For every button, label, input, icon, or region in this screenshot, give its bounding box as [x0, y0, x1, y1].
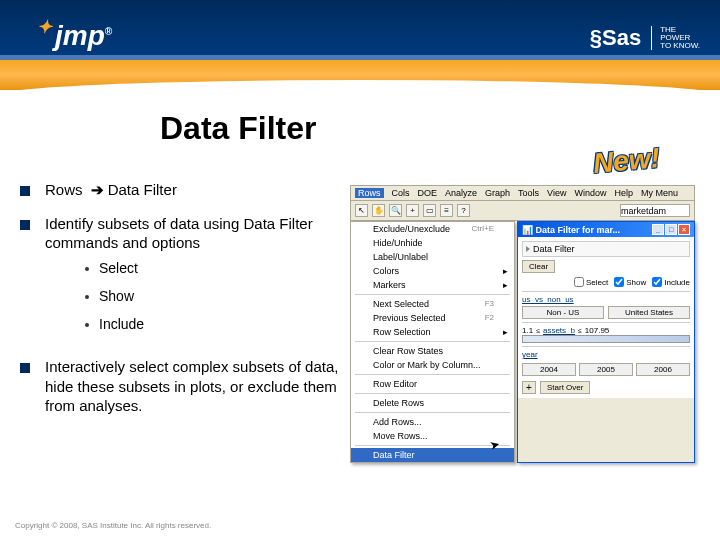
- header-curve: [0, 60, 720, 90]
- menu-window[interactable]: Window: [574, 188, 606, 198]
- menu-rows[interactable]: Rows: [355, 188, 384, 198]
- clear-button[interactable]: Clear: [522, 260, 555, 273]
- filter-panel-header[interactable]: Data Filter: [522, 241, 690, 257]
- arrow-icon: ➔: [91, 180, 104, 200]
- hand-tool-icon[interactable]: ✋: [372, 204, 385, 217]
- mi-exclude[interactable]: Exclude/UnexcludeCtrl+E: [351, 222, 514, 236]
- mi-data-filter[interactable]: Data Filter: [351, 448, 514, 462]
- mi-clear-states[interactable]: Clear Row States: [351, 344, 514, 358]
- disclosure-icon[interactable]: [526, 246, 530, 252]
- bullet-icon: [20, 363, 30, 373]
- bullet3-text: Interactively select complex subsets of …: [45, 357, 340, 416]
- close-icon[interactable]: ×: [678, 224, 690, 235]
- slider-high: 107.95: [585, 326, 609, 335]
- slide-header: ✦jmp® §Sas THE POWER TO KNOW.: [0, 0, 720, 90]
- mi-prev-selected[interactable]: Previous SelectedF2: [351, 311, 514, 325]
- year-2005[interactable]: 2005: [579, 363, 633, 376]
- menu-doe[interactable]: DOE: [418, 188, 438, 198]
- mi-hide[interactable]: Hide/Unhide: [351, 236, 514, 250]
- maximize-icon[interactable]: □: [665, 224, 677, 235]
- mi-row-editor[interactable]: Row Editor: [351, 377, 514, 391]
- cb-include[interactable]: Include: [652, 277, 690, 287]
- slide-title: Data Filter: [160, 110, 316, 147]
- zoom-tool-icon[interactable]: 🔍: [389, 204, 402, 217]
- brush-tool-icon[interactable]: ▭: [423, 204, 436, 217]
- jmp-logo: ✦jmp®: [40, 20, 112, 52]
- mi-colors[interactable]: Colors: [351, 264, 514, 278]
- sub-show: Show: [85, 287, 340, 305]
- seg-nonus[interactable]: Non - US: [522, 306, 604, 319]
- sub-include: Include: [85, 315, 340, 333]
- sas-tagline: THE POWER TO KNOW.: [651, 26, 700, 50]
- dot-icon: [85, 323, 89, 327]
- help-tool-icon[interactable]: ?: [457, 204, 470, 217]
- var-label-us[interactable]: us_vs_non_us: [522, 295, 690, 304]
- mi-delete-rows[interactable]: Delete Rows: [351, 396, 514, 410]
- menu-bar[interactable]: Rows Cols DOE Analyze Graph Tools View W…: [350, 185, 695, 201]
- minimize-icon[interactable]: _: [652, 224, 664, 235]
- bullet1-post: Data Filter: [108, 181, 177, 198]
- seg-us[interactable]: United States: [608, 306, 690, 319]
- tool-bar: ↖ ✋ 🔍 + ▭ ≡ ?: [350, 201, 695, 221]
- cb-select[interactable]: Select: [574, 277, 608, 287]
- start-over-button[interactable]: Start Over: [540, 381, 590, 394]
- app-screenshot: Rows Cols DOE Analyze Graph Tools View W…: [350, 185, 695, 445]
- mi-label[interactable]: Label/Unlabel: [351, 250, 514, 264]
- separator: [355, 341, 510, 342]
- menu-graph[interactable]: Graph: [485, 188, 510, 198]
- bullet-3: Interactively select complex subsets of …: [20, 357, 340, 416]
- cb-show[interactable]: Show: [614, 277, 646, 287]
- year-2006[interactable]: 2006: [636, 363, 690, 376]
- separator: [355, 412, 510, 413]
- text-tool-icon[interactable]: ≡: [440, 204, 453, 217]
- separator: [355, 445, 510, 446]
- checkbox-row: Select Show Include: [522, 277, 690, 287]
- mi-markers[interactable]: Markers: [351, 278, 514, 292]
- slider-low: 1.1: [522, 326, 533, 335]
- bullet1-pre: Rows: [45, 181, 87, 198]
- jmp-dot-icon: ✦: [37, 17, 52, 37]
- bullet-icon: [20, 220, 30, 230]
- dot-icon: [85, 295, 89, 299]
- menu-analyze[interactable]: Analyze: [445, 188, 477, 198]
- cross-tool-icon[interactable]: +: [406, 204, 419, 217]
- copyright-footer: Copyright © 2008, SAS Institute Inc. All…: [15, 521, 211, 530]
- window-titlebar[interactable]: 📊 Data Filter for mar... _ □ ×: [518, 222, 694, 237]
- menu-cols[interactable]: Cols: [392, 188, 410, 198]
- separator: [355, 294, 510, 295]
- menu-view[interactable]: View: [547, 188, 566, 198]
- mi-next-selected[interactable]: Next SelectedF3: [351, 297, 514, 311]
- var-us-section: us_vs_non_us Non - US United States: [522, 291, 690, 319]
- window-title-text: 📊 Data Filter for mar...: [522, 225, 620, 235]
- mi-color-mark[interactable]: Color or Mark by Column...: [351, 358, 514, 372]
- bullet-icon: [20, 186, 30, 196]
- search-input[interactable]: [620, 204, 690, 217]
- dot-icon: [85, 267, 89, 271]
- mi-add-rows[interactable]: Add Rows...: [351, 415, 514, 429]
- pointer-tool-icon[interactable]: ↖: [355, 204, 368, 217]
- menu-mymenu[interactable]: My Menu: [641, 188, 678, 198]
- var-assets-section: 1.1 ≤ assets_b ≤ 107.95: [522, 322, 690, 343]
- mi-row-selection[interactable]: Row Selection: [351, 325, 514, 339]
- data-filter-window: 📊 Data Filter for mar... _ □ × Data Filt…: [517, 221, 695, 463]
- sub-select: Select: [85, 259, 340, 277]
- checkbox-select[interactable]: [574, 277, 584, 287]
- menu-tools[interactable]: Tools: [518, 188, 539, 198]
- sas-logo-area: §Sas THE POWER TO KNOW.: [590, 25, 700, 51]
- year-2004[interactable]: 2004: [522, 363, 576, 376]
- checkbox-include[interactable]: [652, 277, 662, 287]
- checkbox-show[interactable]: [614, 277, 624, 287]
- rows-dropdown: Exclude/UnexcludeCtrl+E Hide/Unhide Labe…: [350, 221, 515, 463]
- var-year-section: year 2004 2005 2006: [522, 346, 690, 376]
- sas-logo: §Sas: [590, 25, 641, 51]
- add-filter-button[interactable]: +: [522, 381, 536, 394]
- range-slider[interactable]: [522, 335, 690, 343]
- menu-help[interactable]: Help: [614, 188, 633, 198]
- bullet-2: Identify subsets of data using Data Filt…: [20, 214, 340, 344]
- bullet-content: Rows ➔Data Filter Identify subsets of da…: [20, 180, 340, 430]
- var-label-assets[interactable]: assets_b: [543, 326, 575, 335]
- var-label-year[interactable]: year: [522, 350, 690, 359]
- new-badge: New!: [592, 142, 661, 180]
- filter-header: Data Filter: [533, 244, 575, 254]
- bullet-1: Rows ➔Data Filter: [20, 180, 340, 200]
